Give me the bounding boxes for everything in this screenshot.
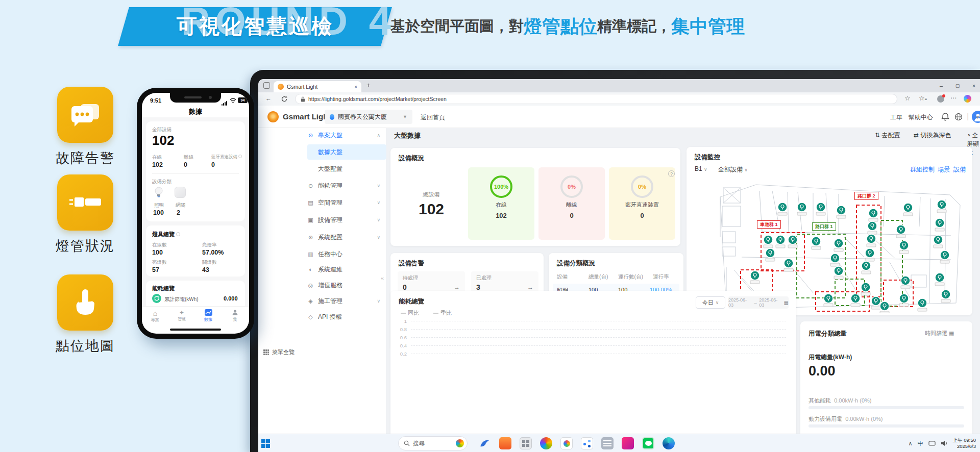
taskbar-clock[interactable]: 上午 09:50 2025/6/3 [953,437,976,449]
sidebar-item-task-center[interactable]: ▥ 任務中心 [307,247,386,261]
volume-icon[interactable] [941,440,948,446]
legend-qoq[interactable]: 季比 [433,309,452,317]
device-marker[interactable] [868,221,877,234]
device-marker[interactable] [851,294,860,307]
taskbar-icon-edge[interactable] [663,437,675,449]
group-control-link[interactable]: 群組控制 [910,165,935,174]
taskbar-icon-line[interactable] [642,437,654,449]
taskbar-icon-photos[interactable] [560,437,573,449]
time-filter-button[interactable]: 時間篩選 ▦ [925,330,954,337]
device-marker[interactable] [935,273,944,286]
address-bar[interactable]: https://lighting.goldsmart.com/projectMa… [295,94,897,104]
device-marker[interactable] [935,218,944,231]
profile-avatar[interactable] [937,95,944,103]
group-label-crossing2[interactable]: 路口群 2 [854,192,878,200]
favorite-star-icon[interactable]: ☆ [904,94,911,102]
browser-tab[interactable]: Gsmart Light × [274,81,361,92]
theme-toggle-button[interactable]: ⇄ 切換為深色 [914,131,951,140]
device-marker[interactable] [834,239,843,252]
bell-icon[interactable] [941,112,949,121]
nav-projects[interactable]: ⌂ 專案 [145,309,165,323]
device-marker[interactable] [899,241,909,254]
sidebar-item-data-dashboard[interactable]: 數據大盤 [307,145,386,159]
network-icon[interactable] [928,440,936,446]
window-maximize-button[interactable]: ▢ [950,79,965,92]
date-range-picker[interactable]: 2025-06-03 → 2025-06-03 ▦ [728,296,789,309]
device-marker[interactable] [899,294,909,307]
device-marker[interactable] [778,203,787,215]
sidebar-item-project-dashboard[interactable]: ⊙ 專案大盤 ∧ [307,128,386,142]
work-order-link[interactable]: 工單 [890,113,902,122]
device-marker[interactable] [764,235,773,248]
device-filter-select[interactable]: 全部設備 ∨ [718,165,748,174]
sidebar-item-energy[interactable]: ⊖ 能耗管理 ∨ [307,179,386,193]
window-close-button[interactable]: × [967,79,980,92]
sidebar-item-device[interactable]: ▣ 設備管理 ∨ [307,213,386,227]
taskbar-icon-orange-app[interactable] [499,437,511,449]
nav-smart[interactable]: ✦ 智慧 [172,309,192,322]
menu-overview-button[interactable]: 菜單全覽 [263,348,295,356]
globe-icon[interactable] [954,113,963,121]
device-marker[interactable] [812,237,821,249]
help-center-link[interactable]: 幫助中心 [909,113,933,122]
arrow-right-icon[interactable]: → [527,284,533,291]
device-marker[interactable] [824,294,833,307]
device-marker[interactable] [869,209,878,221]
taskbar-icon-paint[interactable] [540,437,552,449]
tray-chevron-icon[interactable]: ∧ [909,440,913,447]
device-marker[interactable] [797,203,806,215]
device-marker[interactable] [941,290,950,303]
back-button[interactable]: ← [265,95,272,102]
windows-start-button[interactable] [261,439,270,448]
more-menu-icon[interactable]: ⋯ [950,94,957,102]
window-minimize-button[interactable]: – [934,79,948,92]
copilot-icon[interactable] [964,95,971,103]
new-tab-button[interactable]: + [366,81,371,89]
device-marker[interactable] [871,296,880,309]
sidebar-item-space[interactable]: ▤ 空間管理 ∨ [307,195,386,210]
scene-link[interactable]: 場景 [938,165,950,174]
range-select[interactable]: 今日∨ [696,296,725,309]
favorites-hub-icon[interactable]: ☆≡ [919,94,927,102]
device-marker[interactable] [776,235,785,248]
tab-search-icon[interactable] [263,82,270,89]
user-menu-chevron-icon[interactable]: ▼ [975,115,980,120]
sidebar-item-system-ops[interactable]: ◐ 系統運維 [307,262,386,277]
group-label-lane[interactable]: 車道群 1 [757,220,781,229]
device-marker[interactable] [896,225,905,238]
legend-yoy[interactable]: 同比 [401,309,419,317]
device-marker[interactable] [934,235,943,248]
sidebar-collapse-handle[interactable]: « [381,275,384,281]
taskbar-icon-notes[interactable] [601,437,614,449]
tab-close-icon[interactable]: × [354,84,357,90]
device-marker[interactable] [865,248,874,261]
device-marker[interactable] [750,271,760,284]
refresh-button[interactable] [281,95,288,103]
device-marker[interactable] [862,261,871,274]
taskbar-icon-molecule[interactable] [581,437,593,449]
taskbar-search-box[interactable]: 搜尋 [398,436,468,450]
sidebar-item-value-services[interactable]: ◎ 增值服務 [307,278,386,292]
ime-indicator[interactable]: 中 [918,440,923,447]
sidebar-item-dashboard-config[interactable]: 大盤配置 [307,162,386,176]
group-label-crossing1[interactable]: 路口群 1 [812,222,836,231]
device-marker[interactable] [816,203,825,215]
help-icon[interactable]: ? [668,170,675,177]
device-marker[interactable] [880,302,889,313]
device-marker[interactable] [788,235,797,248]
floor-select[interactable]: B1 ∨ [695,165,707,172]
taskbar-icon-calculator[interactable] [520,437,532,449]
sidebar-item-construction[interactable]: ◈ 施工管理 ∨ [307,294,386,308]
device-marker[interactable] [861,283,870,295]
device-marker[interactable] [766,248,775,261]
taskbar-icon-m-app[interactable] [622,437,634,449]
device-marker[interactable] [830,254,840,266]
project-select[interactable]: 國賓春天公寓大廈 ▼ [325,110,412,124]
taskbar-icon-shark[interactable] [479,437,491,449]
sidebar-item-api[interactable]: ◇ API 授權 [307,310,386,324]
device-marker[interactable] [834,266,843,279]
device-marker[interactable] [940,250,949,263]
device-link[interactable]: 設備 [953,165,966,174]
device-marker[interactable] [903,203,913,216]
device-marker[interactable] [784,259,793,271]
